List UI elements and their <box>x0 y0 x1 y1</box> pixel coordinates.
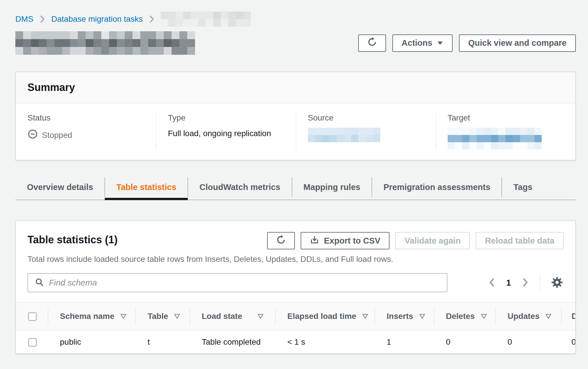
cell-deletes: 0 <box>434 330 495 353</box>
reload-table-data-button[interactable]: Reload table data <box>476 232 564 249</box>
column-header-elapsed-load-time[interactable]: Elapsed load time <box>275 302 374 330</box>
table-toolbar: 1 <box>27 273 564 292</box>
select-all-header-cell <box>16 302 48 330</box>
column-header-deletes[interactable]: Deletes <box>434 302 495 330</box>
actions-menu-button[interactable]: Actions <box>392 34 453 52</box>
tab-premigration-assessments[interactable]: Premigration assessments <box>372 177 502 200</box>
table-preferences-button[interactable] <box>550 276 564 290</box>
table-statistics-panel-top: Table statistics (1) Export to CSV Valid… <box>16 221 575 292</box>
cell-ddls: 0 <box>561 330 576 353</box>
summary-field-target: Target <box>436 113 575 149</box>
chevron-down-icon <box>437 41 443 45</box>
actions-menu-label: Actions <box>402 38 432 48</box>
tab-cloudwatch-metrics[interactable]: CloudWatch metrics <box>188 177 292 200</box>
sort-icon[interactable] <box>481 314 487 319</box>
breadcrumb: DMS Database migration tasks <box>15 12 576 27</box>
status-value: Stopped <box>27 129 144 141</box>
source-value-redacted[interactable] <box>308 128 424 142</box>
export-to-csv-label: Export to CSV <box>324 236 380 246</box>
status-text: Stopped <box>42 131 72 140</box>
breadcrumb-current-redacted <box>161 12 251 27</box>
refresh-icon <box>367 37 377 49</box>
status-label: Status <box>27 113 144 123</box>
cell-table: t <box>135 330 190 353</box>
previous-page-button[interactable] <box>487 276 497 289</box>
table-statistics-description: Total rows include loaded source table r… <box>27 255 564 264</box>
sort-icon[interactable] <box>257 314 264 319</box>
breadcrumb-separator-icon <box>148 15 155 23</box>
column-header-load-state[interactable]: Load state <box>190 302 275 330</box>
target-value-redacted[interactable] <box>448 128 564 149</box>
tab-table-statistics[interactable]: Table statistics <box>105 177 188 200</box>
sort-icon[interactable] <box>545 314 552 319</box>
breadcrumb-separator-icon <box>39 15 45 23</box>
summary-card-header: Summary <box>16 72 575 103</box>
cell-inserts: 1 <box>374 330 434 353</box>
table-statistics-table-wrap: Schema name Table Load state Elapsed loa… <box>16 302 575 353</box>
page-title-redacted <box>15 31 195 55</box>
chevron-right-icon <box>521 277 529 288</box>
schema-search-box <box>27 273 447 292</box>
refresh-icon <box>276 235 286 247</box>
summary-field-type: Type Full load, ongoing replication <box>156 113 295 149</box>
summary-title: Summary <box>27 81 564 94</box>
search-icon <box>34 277 44 288</box>
table-row: public t Table completed < 1 s 1 0 0 0 <box>16 330 576 353</box>
next-page-button[interactable] <box>520 276 530 289</box>
row-select-cell <box>16 330 48 353</box>
type-label: Type <box>168 113 284 123</box>
validate-again-button[interactable]: Validate again <box>395 232 470 249</box>
row-checkbox[interactable] <box>28 338 37 347</box>
dms-task-page: DMS Database migration tasks Actions <box>0 0 588 354</box>
column-header-table[interactable]: Table <box>135 302 190 330</box>
sort-icon[interactable] <box>362 314 368 319</box>
breadcrumb-link-migration-tasks[interactable]: Database migration tasks <box>51 14 143 24</box>
table-statistics-title: Table statistics (1) <box>27 232 117 246</box>
header-actions: Actions Quick view and compare <box>358 34 576 52</box>
column-header-updates[interactable]: Updates <box>495 302 561 330</box>
page-header: Actions Quick view and compare <box>15 31 576 55</box>
type-value: Full load, ongoing replication <box>168 129 284 138</box>
export-to-csv-button[interactable]: Export to CSV <box>301 232 389 249</box>
select-all-checkbox[interactable] <box>28 312 37 321</box>
summary-grid: Status Stopped Type Full load, ongoing r… <box>16 103 575 160</box>
source-label: Source <box>308 113 424 123</box>
schema-search-input[interactable] <box>49 278 440 288</box>
table-statistics-table: Schema name Table Load state Elapsed loa… <box>16 302 576 353</box>
column-header-inserts[interactable]: Inserts <box>374 302 434 330</box>
cell-schema-name: public <box>48 330 135 353</box>
summary-field-source: Source <box>296 113 436 149</box>
table-statistics-panel: Table statistics (1) Export to CSV Valid… <box>15 220 576 354</box>
cell-elapsed-load-time: < 1 s <box>275 330 374 353</box>
cell-updates: 0 <box>495 330 561 353</box>
table-statistics-actions: Export to CSV Validate again Reload tabl… <box>267 232 564 249</box>
tab-overview-details[interactable]: Overview details <box>15 177 105 200</box>
current-page-number[interactable]: 1 <box>504 278 513 288</box>
summary-field-status: Status Stopped <box>16 113 156 149</box>
column-header-ddls[interactable]: DDLs <box>561 302 576 330</box>
summary-card: Summary Status Stopped Type Full load, o… <box>15 72 576 160</box>
gear-icon <box>551 276 563 289</box>
table-refresh-button[interactable] <box>267 232 295 249</box>
sort-icon[interactable] <box>174 314 180 319</box>
sort-icon[interactable] <box>120 314 126 319</box>
tab-bar: Overview details Table statistics CloudW… <box>15 177 576 200</box>
column-header-schema-name[interactable]: Schema name <box>48 302 135 330</box>
tab-tags[interactable]: Tags <box>502 177 544 200</box>
sort-icon[interactable] <box>419 314 425 319</box>
chevron-left-icon <box>488 277 496 288</box>
refresh-button[interactable] <box>358 34 386 52</box>
breadcrumb-link-dms[interactable]: DMS <box>15 14 33 24</box>
pagination: 1 <box>487 275 564 291</box>
cell-load-state: Table completed <box>190 330 275 353</box>
table-header-row: Schema name Table Load state Elapsed loa… <box>16 302 576 330</box>
stopped-status-icon <box>27 129 38 141</box>
pagination-divider <box>540 275 541 291</box>
download-icon <box>310 235 319 246</box>
tab-mapping-rules[interactable]: Mapping rules <box>292 177 372 200</box>
quick-view-compare-button[interactable]: Quick view and compare <box>459 34 576 52</box>
target-label: Target <box>448 113 564 123</box>
